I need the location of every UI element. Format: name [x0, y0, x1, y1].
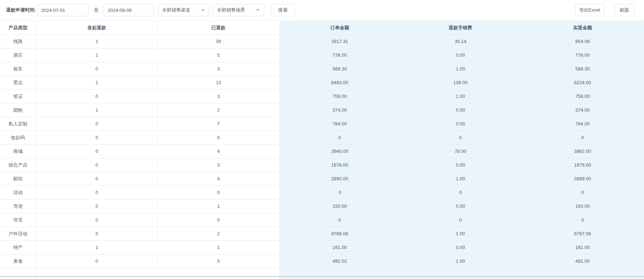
table-row: 户外活动029788.081.009787.08: [0, 227, 644, 241]
cell-product-type: 收款码: [0, 131, 36, 145]
chevron-down-icon: [201, 9, 205, 11]
cell-refund-fee: 0: [400, 186, 521, 199]
table-row: 线路1392817.3130.14854.08: [0, 35, 644, 48]
column-header-product-type: 产品类型: [0, 21, 36, 35]
table-row: 签证03759.001.00758.00: [0, 90, 644, 103]
table-row: 团购12374.000.00374.00: [0, 103, 644, 117]
table-row: 活动00000: [0, 186, 644, 199]
table-row: 景点1138493.00139.008224.00: [0, 76, 644, 90]
cell-empty: [157, 268, 279, 279]
refund-statistics-page: { "toolbar": { "filter_label": "退款申请时间:"…: [0, 0, 644, 279]
cell-refund-fee: 0.00: [400, 117, 521, 131]
cell-order-amount: 569.30: [279, 62, 400, 76]
cell-order-amount: 0: [279, 213, 400, 227]
cell-refunded-count: 3: [157, 90, 279, 103]
cell-product-type: 酒店: [0, 48, 36, 62]
cell-empty: [0, 268, 36, 279]
cell-refund-fee: 1.00: [400, 90, 521, 103]
cell-product-type: 夺宝: [0, 213, 36, 227]
cell-product-type: 美食: [0, 254, 36, 268]
cell-refund-fee: 0.00: [400, 103, 521, 117]
cell-actual-refund-amount: 2889.00: [521, 172, 644, 186]
sales-scene-select-value: 全部销售场景: [217, 7, 245, 13]
cell-initiated-refunds: 0: [36, 213, 157, 227]
cell-refunded-count: 3: [157, 158, 279, 172]
cell-initiated-refunds: 1: [36, 76, 157, 90]
cell-empty: [521, 268, 644, 279]
cell-refunded-count: 3: [157, 62, 279, 76]
cell-product-type: 商城: [0, 145, 36, 158]
cell-initiated-refunds: 1: [36, 103, 157, 117]
cell-empty: [279, 268, 400, 279]
refund-time-filter-label: 退款申请时间:: [6, 4, 36, 16]
cell-initiated-refunds: 1: [36, 48, 157, 62]
table-row: 收款码00000: [0, 131, 644, 145]
cell-actual-refund-amount: 0: [521, 213, 644, 227]
cell-refunded-count: 5: [157, 254, 279, 268]
cell-product-type: 组合产品: [0, 158, 36, 172]
cell-actual-refund-amount: 3862.00: [521, 145, 644, 158]
cell-initiated-refunds: 0: [36, 254, 157, 268]
cell-actual-refund-amount: 374.00: [521, 103, 644, 117]
cell-actual-refund-amount: 568.30: [521, 62, 644, 76]
cell-refund-fee: 30.14: [400, 35, 521, 48]
cell-refund-fee: 0.00: [400, 241, 521, 254]
cell-refunded-count: 13: [157, 76, 279, 90]
cell-refunded-count: 0: [157, 186, 279, 199]
cell-initiated-refunds: 1: [36, 35, 157, 48]
export-excel-button[interactable]: 导出Excel: [575, 4, 604, 16]
cell-order-amount: 374.00: [279, 103, 400, 117]
cell-product-type: 活动: [0, 186, 36, 199]
cell-refunded-count: 2: [157, 227, 279, 241]
table-header-row: 产品类型发起退款已退款订单金额退款手续费实退金额: [0, 21, 644, 35]
cell-empty: [400, 268, 521, 279]
cell-actual-refund-amount: 150.00: [521, 199, 644, 213]
cell-refund-fee: 0.00: [400, 48, 521, 62]
cell-refunded-count: 0: [157, 131, 279, 145]
cell-refunded-count: 2: [157, 103, 279, 117]
sales-channel-select[interactable]: 全部销售渠道: [158, 4, 209, 16]
cell-refund-fee: 0.00: [400, 158, 521, 172]
cell-product-type: 导游: [0, 199, 36, 213]
cell-actual-refund-amount: 161.00: [521, 241, 644, 254]
cell-refunded-count: 7: [157, 117, 279, 131]
search-button[interactable]: 搜索: [271, 4, 295, 16]
table-row: 私人定制07764.000.00764.00: [0, 117, 644, 131]
cell-order-amount: 8493.00: [279, 76, 400, 90]
cell-refunded-count: 1: [157, 241, 279, 254]
cell-initiated-refunds: 0: [36, 158, 157, 172]
cell-refunded-count: 5: [157, 48, 279, 62]
cell-order-amount: 0: [279, 131, 400, 145]
cell-order-amount: 9788.08: [279, 227, 400, 241]
refresh-button[interactable]: 刷新: [614, 4, 634, 16]
cell-initiated-refunds: 1: [36, 241, 157, 254]
cell-refund-fee: 1.00: [400, 172, 521, 186]
cell-order-amount: 2890.00: [279, 172, 400, 186]
date-from-input[interactable]: [37, 4, 88, 16]
cell-initiated-refunds: 0: [36, 172, 157, 186]
date-to-input[interactable]: [104, 4, 154, 16]
cell-product-type: 特产: [0, 241, 36, 254]
column-header-initiated-refunds: 发起退款: [36, 21, 157, 35]
sales-channel-select-value: 全部销售渠道: [162, 7, 190, 13]
cell-initiated-refunds: 0: [36, 131, 157, 145]
cell-initiated-refunds: 0: [36, 227, 157, 241]
table-row: 特产11161.000.00161.00: [0, 241, 644, 254]
cell-refunded-count: 4: [157, 145, 279, 158]
column-header-actual-refund-amount: 实退金额: [521, 21, 644, 35]
cell-initiated-refunds: 0: [36, 199, 157, 213]
cell-actual-refund-amount: 758.00: [521, 90, 644, 103]
cell-refund-fee: 1.00: [400, 62, 521, 76]
table-row: 租车03569.301.00568.30: [0, 62, 644, 76]
table-row-cutoff: [0, 268, 644, 279]
cell-actual-refund-amount: 776.00: [521, 48, 644, 62]
cell-actual-refund-amount: 9787.08: [521, 227, 644, 241]
cell-initiated-refunds: 0: [36, 62, 157, 76]
date-range-separator: 至: [94, 4, 99, 16]
sales-scene-select[interactable]: 全部销售场景: [213, 4, 264, 16]
column-header-refund-fee: 退款手续费: [400, 21, 521, 35]
cell-actual-refund-amount: 491.00: [521, 254, 644, 268]
cell-actual-refund-amount: 854.08: [521, 35, 644, 48]
refund-stats-table: 产品类型发起退款已退款订单金额退款手续费实退金额 线路1392817.3130.…: [0, 21, 644, 279]
cell-refunded-count: 39: [157, 35, 279, 48]
